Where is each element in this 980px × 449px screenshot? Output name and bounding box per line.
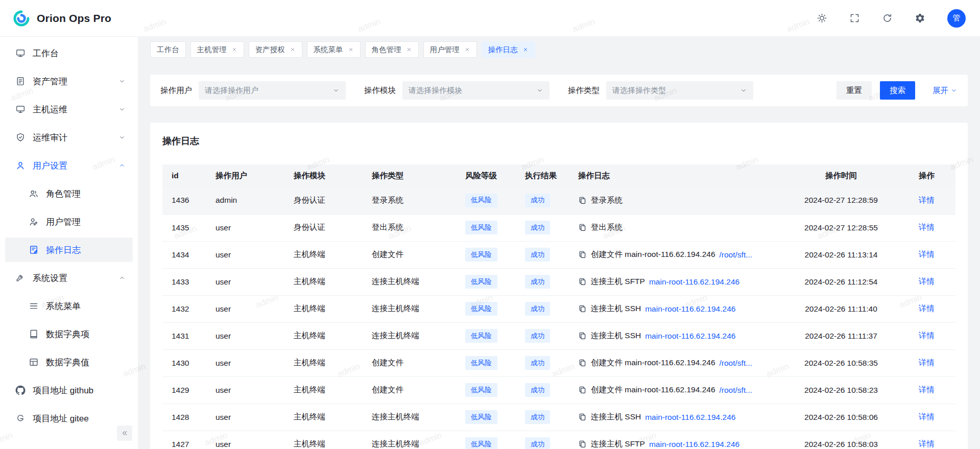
main-layout: 工作台资产管理主机运维运维审计用户设置角色管理用户管理操作日志系统设置系统菜单数…	[0, 37, 980, 449]
sidebar-item-system-settings[interactable]: 系统设置	[5, 266, 133, 290]
log-link[interactable]: main-root-116.62.194.246	[645, 413, 735, 422]
detail-link[interactable]: 详情	[919, 412, 935, 421]
cell-user: user	[206, 241, 284, 268]
copy-icon	[578, 277, 587, 286]
close-icon[interactable]	[231, 46, 237, 53]
sidebar-item-user-settings[interactable]: 用户设置	[5, 153, 133, 178]
log-link[interactable]: main-root-116.62.194.246	[645, 304, 735, 314]
risk-badge-cell: 低风险	[456, 241, 516, 268]
cell-id: 1432	[162, 295, 206, 322]
tab-operation-log[interactable]: 操作日志	[482, 41, 535, 58]
risk-badge: 低风险	[465, 275, 497, 289]
tab-asset-auth[interactable]: 资产授权	[249, 41, 302, 58]
sidebar-item-operation-log[interactable]: 操作日志	[5, 238, 133, 262]
sidebar-item-dict-items[interactable]: 数据字典项	[5, 322, 133, 346]
copy-icon	[578, 413, 587, 421]
log-link[interactable]: main-root-116.62.194.246	[645, 332, 735, 341]
detail-link[interactable]: 详情	[919, 439, 935, 448]
tab-label: 资产授权	[255, 45, 285, 55]
tab-label: 主机管理	[197, 45, 227, 55]
fullscreen-icon[interactable]	[849, 13, 860, 23]
detail-link[interactable]: 详情	[919, 304, 935, 313]
log-text: 创建文件 main-root-116.62.194.246	[591, 249, 715, 260]
sidebar-item-user-management[interactable]: 用户管理	[5, 209, 133, 234]
tab-user-management[interactable]: 用户管理	[423, 41, 477, 58]
sidebar-item-label: 工作台	[33, 48, 59, 59]
log-link[interactable]: /root/sft...	[720, 250, 753, 259]
risk-badge: 低风险	[465, 410, 497, 424]
log-link[interactable]: /root/sft...	[720, 359, 753, 368]
result-badge-cell: 成功	[516, 322, 569, 349]
sidebar-item-dict-values[interactable]: 数据字典值	[5, 350, 133, 374]
copy-icon	[578, 196, 587, 205]
reset-button[interactable]: 重置	[836, 81, 872, 100]
cell-id: 1429	[162, 376, 206, 404]
close-icon[interactable]	[290, 46, 296, 53]
tab-workbench[interactable]: 工作台	[150, 41, 186, 58]
user-avatar[interactable]: 管	[947, 9, 966, 28]
detail-link[interactable]: 详情	[919, 331, 935, 340]
result-badge-cell: 成功	[516, 376, 569, 404]
detail-link[interactable]: 详情	[919, 196, 935, 204]
result-badge-cell: 成功	[516, 187, 569, 214]
close-icon[interactable]	[348, 46, 354, 53]
sidebar-item-gitee[interactable]: 项目地址 gitee	[5, 406, 133, 431]
close-icon[interactable]	[406, 46, 412, 53]
search-button[interactable]: 搜索	[880, 81, 915, 100]
gear-icon[interactable]	[915, 13, 925, 23]
table-header-row: id操作用户操作模块操作类型风险等级执行结果操作日志操作时间操作	[162, 164, 955, 187]
cell-time: 2024-02-26 10:58:23	[773, 376, 910, 404]
cell-user: user	[206, 349, 284, 376]
collapse-icon	[121, 430, 128, 437]
table-row-1429: 1429user主机终端创建文件低风险成功创建文件 main-root-116.…	[162, 376, 955, 404]
filter-select-module[interactable]: 请选择操作模块	[402, 81, 549, 100]
filter-select-user[interactable]: 请选择操作用户	[199, 81, 346, 100]
chevron-down-icon	[332, 87, 340, 94]
log-link[interactable]: main-root-116.62.194.246	[649, 440, 739, 449]
sidebar-item-workbench[interactable]: 工作台	[5, 41, 133, 65]
log-panel: 操作日志 id操作用户操作模块操作类型风险等级执行结果操作日志操作时间操作 14…	[150, 123, 968, 449]
filter-label-type: 操作类型	[568, 85, 600, 96]
cell-log: 创建文件 main-root-116.62.194.246 /root/sft.…	[569, 349, 773, 376]
result-badge-cell: 成功	[516, 214, 569, 241]
column-header-5: 执行结果	[516, 164, 569, 187]
detail-link[interactable]: 详情	[919, 358, 935, 367]
log-link[interactable]: /root/sft...	[720, 386, 753, 395]
brightness-icon[interactable]	[817, 13, 827, 23]
risk-badge: 低风险	[465, 437, 497, 449]
panel-title: 操作日志	[162, 135, 955, 147]
detail-link[interactable]: 详情	[919, 250, 935, 258]
filter-panel: 操作用户 请选择操作用户 操作模块 请选择操作模块 操作类型	[150, 75, 968, 106]
cell-module: 主机终端	[284, 322, 363, 349]
result-badge: 成功	[525, 302, 550, 316]
cell-action: 详情	[910, 322, 955, 349]
tab-host-management[interactable]: 主机管理	[190, 41, 244, 58]
close-icon[interactable]	[464, 46, 470, 53]
cell-time: 2024-02-26 11:11:40	[773, 295, 910, 322]
detail-link[interactable]: 详情	[919, 223, 935, 231]
expand-toggle[interactable]: 展开	[933, 85, 958, 96]
sidebar-item-asset-management[interactable]: 资产管理	[5, 69, 133, 93]
risk-badge-cell: 低风险	[456, 349, 516, 376]
risk-badge-cell: 低风险	[456, 404, 516, 431]
refresh-icon[interactable]	[882, 13, 893, 23]
sidebar-collapse-button[interactable]	[117, 426, 132, 441]
tab-system-menu[interactable]: 系统菜单	[307, 41, 361, 58]
filter-select-type[interactable]: 请选择操作类型	[606, 81, 753, 100]
sidebar-item-github[interactable]: 项目地址 github	[5, 378, 133, 403]
cell-type: 连接主机终端	[363, 268, 456, 295]
app-root: Orion Ops Pro 管 工作台资产管理主机运维运维审计用户设置角色管理用…	[0, 0, 980, 449]
close-icon[interactable]	[522, 46, 529, 53]
sidebar-item-system-menu[interactable]: 系统菜单	[5, 294, 133, 318]
detail-link[interactable]: 详情	[919, 277, 935, 286]
log-link[interactable]: main-root-116.62.194.246	[649, 277, 739, 287]
risk-badge-cell: 低风险	[456, 376, 516, 404]
filter-item-user: 操作用户 请选择操作用户	[160, 81, 346, 100]
sidebar-item-host-ops[interactable]: 主机运维	[5, 97, 133, 122]
log-text: 连接主机 SFTP	[591, 276, 645, 287]
cell-type: 创建文件	[363, 241, 456, 268]
sidebar-item-role-management[interactable]: 角色管理	[5, 181, 133, 206]
detail-link[interactable]: 详情	[919, 385, 935, 394]
tab-role-management[interactable]: 角色管理	[365, 41, 419, 58]
sidebar-item-ops-audit[interactable]: 运维审计	[5, 125, 133, 150]
